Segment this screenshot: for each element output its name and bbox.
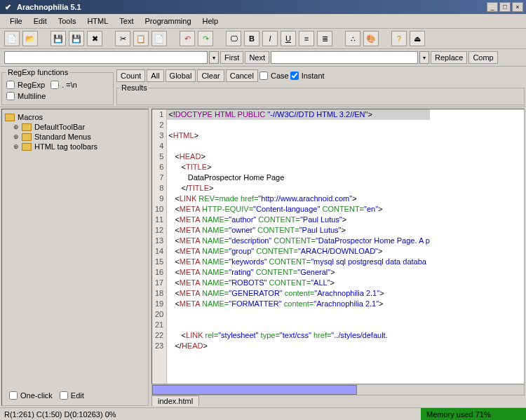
horizontal-scrollbar[interactable] (151, 384, 525, 395)
window-title: Arachnophilia 5.1 (17, 3, 487, 11)
menu-html[interactable]: HTML (81, 15, 114, 27)
new-file-icon[interactable]: 📄 (4, 31, 20, 46)
sitemap-icon[interactable]: ⛬ (345, 31, 360, 46)
undo-icon[interactable]: ↶ (180, 31, 195, 46)
replace-button[interactable]: Replace (431, 51, 467, 64)
tree-item-htmltagtoolbars[interactable]: ⊕ HTML tag toolbars (13, 142, 145, 151)
next-button[interactable]: Next (245, 51, 269, 64)
edit-checkbox[interactable]: Edit (60, 391, 84, 400)
close-button[interactable]: × (512, 2, 523, 12)
expand-icon[interactable]: ⊕ (13, 143, 19, 150)
menu-help[interactable]: Help (197, 15, 224, 27)
replace-dropdown-icon[interactable]: ▾ (419, 51, 429, 64)
expand-icon[interactable]: ⊕ (13, 133, 19, 140)
case-checkbox[interactable]: Case (259, 72, 289, 80)
dotnl-checkbox[interactable]: . =\n (50, 81, 77, 89)
open-file-icon[interactable]: 📂 (22, 31, 38, 46)
global-button[interactable]: Global (166, 69, 196, 82)
scrollbar-thumb[interactable] (152, 385, 357, 395)
regexp-legend: RegExp functions (6, 68, 69, 76)
multiline-checkbox[interactable]: Multiline (6, 92, 109, 100)
statusbar: R(1:261) C(1:50) D(0:10263) 0% Memory us… (0, 407, 526, 420)
folder-icon (22, 143, 32, 151)
regexp-checkbox[interactable]: RegExp (6, 81, 45, 89)
color-picker-icon[interactable]: 🎨 (363, 31, 379, 46)
maximize-button[interactable]: □ (499, 2, 511, 12)
menu-programming[interactable]: Programming (140, 15, 197, 27)
search-dropdown-icon[interactable]: ▾ (209, 51, 219, 64)
list-icon[interactable]: ≣ (317, 31, 332, 46)
menu-text[interactable]: Text (114, 15, 139, 27)
minimize-button[interactable]: _ (487, 2, 498, 12)
all-button[interactable]: All (147, 69, 163, 82)
menu-file[interactable]: File (4, 15, 28, 27)
close-file-icon[interactable]: ✖ (87, 31, 102, 46)
bold-icon[interactable]: B (244, 31, 259, 46)
oneclick-checkbox[interactable]: One-click (9, 391, 53, 400)
searchbar: ▾ First Next ▾ Replace Comp (0, 49, 526, 67)
first-button[interactable]: First (220, 51, 243, 64)
paste-icon[interactable]: 📄 (151, 31, 167, 46)
search-input[interactable] (4, 51, 208, 64)
format-icon[interactable]: ≡ (299, 31, 314, 46)
comp-button[interactable]: Comp (468, 51, 497, 64)
expand-icon[interactable]: ⊕ (13, 123, 19, 130)
cancel-button[interactable]: Cancel (226, 69, 258, 82)
folder-icon (22, 123, 32, 131)
results-panel: Results (116, 83, 525, 105)
app-logo-icon: ✔ (3, 2, 13, 12)
titlebar: ✔ Arachnophilia 5.1 _ □ × (0, 0, 526, 14)
instant-checkbox[interactable]: Instant (290, 72, 325, 80)
code-area[interactable]: <!DOCTYPE HTML PUBLIC "-//W3C//DTD HTML … (167, 109, 430, 384)
macro-tree: Macros ⊕ DefaultToolBar ⊕ Standard Menus… (1, 109, 149, 406)
replace-input[interactable] (271, 51, 418, 64)
line-gutter: 1234567891011121314151617181920212223 (152, 109, 167, 384)
menu-edit[interactable]: Edit (28, 15, 53, 27)
count-button[interactable]: Count (116, 69, 145, 82)
cut-icon[interactable]: ✂ (115, 31, 130, 46)
status-position: R(1:261) C(1:50) D(0:10263) 0% (0, 410, 421, 419)
menu-tools[interactable]: Tools (53, 15, 82, 27)
results-legend: Results (120, 83, 149, 92)
tree-item-standardmenus[interactable]: ⊕ Standard Menus (13, 132, 145, 142)
preview-icon[interactable]: 🖵 (226, 31, 241, 46)
editor: 1234567891011121314151617181920212223 <!… (151, 109, 525, 406)
help-icon[interactable]: ? (391, 31, 407, 46)
save-all-icon[interactable]: 💾 (69, 31, 84, 46)
toolbar: 📄 📂 💾 💾 ✖ ✂ 📋 📄 ↶ ↷ 🖵 B I U ≡ ≣ ⛬ 🎨 ? ⏏ (0, 29, 526, 49)
tab-indexhtml[interactable]: index.html (151, 395, 199, 406)
menubar: File Edit Tools HTML Text Programming He… (0, 14, 526, 29)
tree-root-macros[interactable]: Macros (5, 112, 145, 122)
redo-icon[interactable]: ↷ (198, 31, 213, 46)
folder-icon (5, 114, 15, 121)
italic-icon[interactable]: I (262, 31, 278, 46)
clear-button[interactable]: Clear (197, 69, 224, 82)
regexp-panel: RegExp functions RegExp . =\n Multiline (1, 68, 114, 105)
save-icon[interactable]: 💾 (50, 31, 66, 46)
folder-icon (22, 133, 32, 141)
tree-item-defaulttoolbar[interactable]: ⊕ DefaultToolBar (13, 122, 145, 132)
underline-icon[interactable]: U (281, 31, 296, 46)
status-memory: Memory used 71% (421, 408, 526, 420)
copy-icon[interactable]: 📋 (133, 31, 149, 46)
exit-icon[interactable]: ⏏ (410, 31, 425, 46)
